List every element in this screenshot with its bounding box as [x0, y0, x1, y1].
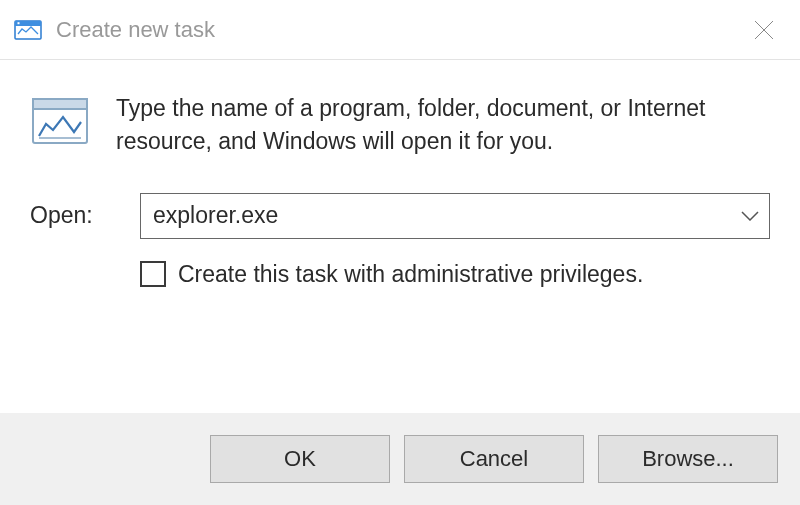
close-icon: [753, 19, 775, 41]
admin-checkbox[interactable]: [140, 261, 166, 287]
svg-rect-6: [33, 99, 87, 109]
open-row: Open:: [30, 193, 770, 239]
browse-button[interactable]: Browse...: [598, 435, 778, 483]
run-dialog-icon: [30, 92, 90, 152]
titlebar: Create new task: [0, 0, 800, 60]
create-new-task-dialog: Create new task Type the name of a progr…: [0, 0, 800, 505]
dialog-footer: OK Cancel Browse...: [0, 413, 800, 505]
admin-row: Create this task with administrative pri…: [140, 261, 770, 288]
prompt-row: Type the name of a program, folder, docu…: [30, 88, 770, 159]
admin-checkbox-label[interactable]: Create this task with administrative pri…: [178, 261, 643, 288]
close-button[interactable]: [742, 8, 786, 52]
prompt-text: Type the name of a program, folder, docu…: [116, 88, 770, 159]
dialog-title: Create new task: [56, 17, 742, 43]
dialog-body: Type the name of a program, folder, docu…: [0, 60, 800, 413]
run-app-icon: [14, 18, 42, 42]
open-label: Open:: [30, 202, 140, 229]
cancel-button[interactable]: Cancel: [404, 435, 584, 483]
open-combobox[interactable]: [140, 193, 770, 239]
open-input[interactable]: [140, 193, 770, 239]
svg-rect-2: [18, 22, 20, 24]
ok-button[interactable]: OK: [210, 435, 390, 483]
